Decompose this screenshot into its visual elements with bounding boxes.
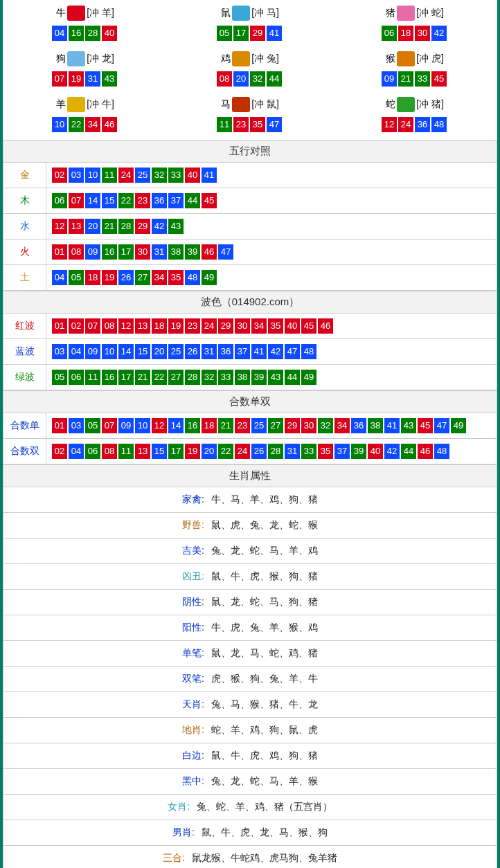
number-ball: 06 xyxy=(85,444,100,459)
table-row: 蓝波03040910141520252631363741424748 xyxy=(3,339,497,365)
number-ball: 28 xyxy=(118,219,134,234)
number-ball: 47 xyxy=(434,418,449,433)
number-ball: 08 xyxy=(102,318,117,334)
attr-cell: 黑中: 兔、龙、蛇、马、羊、猴 xyxy=(3,769,497,795)
number-ball: 11 xyxy=(102,168,117,183)
number-ball: 20 xyxy=(85,219,100,234)
number-ball: 16 xyxy=(102,244,117,260)
number-ball: 42 xyxy=(431,26,447,41)
number-ball: 21 xyxy=(135,370,150,385)
number-ball: 11 xyxy=(85,370,100,385)
row-label: 红波 xyxy=(3,314,46,339)
number-ball: 19 xyxy=(168,318,184,334)
attr-value: 兔、蛇、羊、鸡、猪（五宫肖） xyxy=(194,801,332,812)
number-ball: 41 xyxy=(202,168,217,183)
zodiac-chong: [冲 猪] xyxy=(416,98,444,109)
table-row: 火0108091617303138394647 xyxy=(3,239,497,265)
number-ball: 42 xyxy=(152,219,167,234)
attr-row: 阳性: 牛、虎、兔、羊、猴、鸡 xyxy=(3,615,497,641)
zodiac-icon xyxy=(232,51,250,66)
number-ball: 44 xyxy=(267,71,282,87)
number-ball: 23 xyxy=(235,418,250,433)
zodiac-icon xyxy=(232,97,250,112)
number-ball: 38 xyxy=(168,244,184,260)
attr-cell: 阴性: 鼠、龙、蛇、马、狗、猪 xyxy=(3,590,497,615)
number-ball: 33 xyxy=(168,168,184,183)
number-ball: 10 xyxy=(102,344,117,359)
number-ball: 14 xyxy=(118,344,134,359)
number-ball: 17 xyxy=(118,244,134,260)
table-row: 水1213202128294243 xyxy=(3,214,497,239)
zodiac-nums: 11233547 xyxy=(168,116,332,133)
number-ball: 44 xyxy=(285,370,300,385)
number-ball: 18 xyxy=(85,270,100,285)
number-ball: 27 xyxy=(268,418,283,433)
number-ball: 17 xyxy=(233,26,249,41)
table-row: 红波0102070812131819232429303435404546 xyxy=(3,314,497,339)
zodiac-header: 马[冲 鼠] xyxy=(168,97,332,112)
zodiac-cell: 猪[冲 蛇]06183042 xyxy=(332,3,497,48)
number-ball: 41 xyxy=(267,26,282,41)
number-ball: 09 xyxy=(382,71,397,87)
number-ball: 09 xyxy=(85,344,100,359)
zodiac-nums: 08203244 xyxy=(168,71,332,87)
number-ball: 48 xyxy=(185,270,200,285)
row-nums: 03040910141520252631363741424748 xyxy=(46,339,497,365)
zodiac-icon xyxy=(67,6,85,21)
number-ball: 27 xyxy=(168,370,184,385)
number-ball: 13 xyxy=(135,444,150,459)
zodiac-header: 鼠[冲 马] xyxy=(168,6,332,21)
attr-cell: 三合: 鼠龙猴、牛蛇鸡、虎马狗、兔羊猪 xyxy=(3,846,497,869)
number-ball: 41 xyxy=(384,418,400,433)
number-ball: 08 xyxy=(217,71,232,87)
number-ball: 35 xyxy=(250,117,265,132)
number-ball: 39 xyxy=(251,370,267,385)
number-ball: 19 xyxy=(69,71,84,87)
attr-value: 牛、马、羊、鸡、狗、猪 xyxy=(208,494,318,505)
bose-table: 波色（014902.com） 红波01020708121318192324293… xyxy=(3,291,497,390)
number-ball: 07 xyxy=(102,418,117,433)
number-ball: 47 xyxy=(218,244,233,260)
number-ball: 01 xyxy=(52,318,67,334)
zodiac-grid: 牛[冲 羊]04162840鼠[冲 马]05172941猪[冲 蛇]061830… xyxy=(3,3,497,140)
row-label: 合数单 xyxy=(3,413,46,439)
number-ball: 17 xyxy=(118,370,134,385)
number-ball: 20 xyxy=(233,71,249,87)
number-ball: 07 xyxy=(52,71,67,87)
attr-value: 鼠、牛、虎、猴、狗、猪 xyxy=(208,570,318,581)
zodiac-cell: 马[冲 鼠]11233547 xyxy=(168,94,332,140)
zodiac-cell: 鼠[冲 马]05172941 xyxy=(168,3,332,48)
attr-label: 单笔: xyxy=(182,647,204,658)
heshu-title: 合数单双 xyxy=(3,391,497,413)
attr-label: 男肖: xyxy=(172,826,195,838)
attr-value: 鼠、龙、蛇、马、狗、猪 xyxy=(208,596,318,607)
zodiac-header: 狗[冲 龙] xyxy=(3,51,168,66)
number-ball: 10 xyxy=(85,168,100,183)
row-label: 合数双 xyxy=(3,439,46,464)
zodiac-chong: [冲 牛] xyxy=(87,98,114,109)
number-ball: 07 xyxy=(85,318,100,334)
number-ball: 05 xyxy=(217,26,232,41)
number-ball: 22 xyxy=(218,444,233,459)
zodiac-cell: 羊[冲 牛]10223446 xyxy=(3,94,168,140)
table-row: 合数双0204060811131517192022242628313335373… xyxy=(3,439,497,464)
zodiac-chong: [冲 蛇] xyxy=(416,7,444,18)
attr-label: 女肖: xyxy=(168,801,190,812)
row-nums: 02031011242532334041 xyxy=(46,163,497,188)
number-ball: 34 xyxy=(251,318,267,334)
number-ball: 30 xyxy=(301,418,316,433)
attr-cell: 单笔: 鼠、龙、马、蛇、鸡、猪 xyxy=(3,641,497,667)
number-ball: 36 xyxy=(415,117,430,132)
zodiac-nums: 06183042 xyxy=(332,25,497,42)
attr-label: 吉美: xyxy=(182,545,204,556)
number-ball: 42 xyxy=(268,344,283,359)
attr-label: 天肖: xyxy=(182,698,204,709)
number-ball: 45 xyxy=(301,318,316,334)
number-ball: 25 xyxy=(168,344,184,359)
number-ball: 49 xyxy=(451,418,466,433)
number-ball: 19 xyxy=(102,270,117,285)
number-ball: 26 xyxy=(118,270,134,285)
row-label: 绿波 xyxy=(3,365,46,390)
number-ball: 47 xyxy=(267,117,282,132)
zodiac-nums: 12243648 xyxy=(332,116,497,133)
